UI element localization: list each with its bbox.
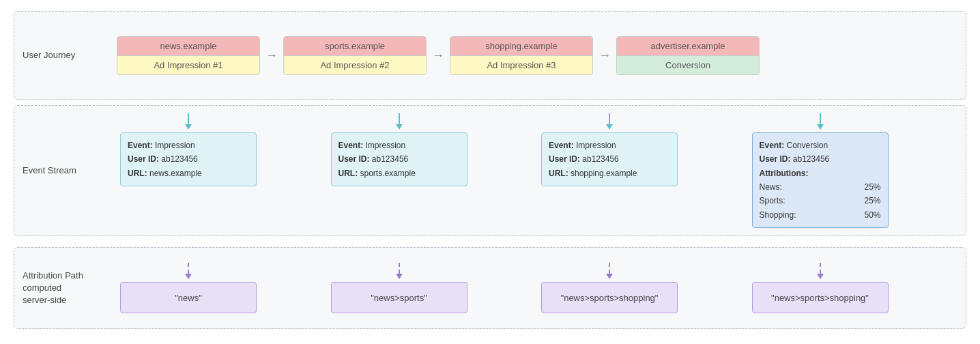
event-3-line-2: Attributions: — [760, 167, 881, 180]
journey-card-1-top: sports.example — [284, 37, 426, 56]
event-2-line-0: Event: Impression — [549, 139, 670, 152]
event-card-wrapper-1: Event: Impression User ID: ab123456 URL:… — [328, 113, 471, 186]
dashed-line-3 — [820, 263, 821, 274]
journey-card-1-bottom: Ad Impression #2 — [284, 56, 426, 74]
event-card-1: Event: Impression User ID: ab123456 URL:… — [331, 132, 467, 186]
attr-sports-label: Sports: — [760, 194, 786, 207]
arrow-line-1 — [399, 113, 400, 124]
attr-path-wrapper-2: "news>sports>shopping" — [538, 263, 681, 313]
event-0-line-2: URL: news.example — [128, 167, 249, 180]
journey-card-0-top: news.example — [117, 37, 259, 56]
attr-shopping-value: 50% — [864, 208, 880, 222]
solid-arrow-3 — [817, 113, 824, 130]
attr-news-value: 25% — [864, 180, 880, 194]
attr-path-wrapper-3: "news>sports>shopping" — [749, 263, 892, 313]
event-cards: Event: Impression User ID: ab123456 URL:… — [117, 113, 959, 228]
arrow-head-1 — [396, 124, 403, 130]
dashed-arrow-3 — [817, 263, 824, 279]
journey-arrow-2: → — [593, 48, 616, 63]
attr-path-card-0: "news" — [120, 282, 257, 313]
event-1-line-2: URL: sports.example — [338, 167, 460, 180]
event-1-line-0: Event: Impression — [338, 139, 460, 152]
solid-arrow-0 — [185, 113, 192, 130]
event-card-3: Event: Conversion User ID: ab123456 Attr… — [752, 132, 889, 228]
journey-card-1: sports.example Ad Impression #2 — [283, 36, 427, 75]
journey-card-3: advertiser.example Conversion — [616, 36, 760, 75]
attr-path-card-2: "news>sports>shopping" — [541, 282, 678, 313]
dashed-line-0 — [188, 263, 189, 274]
attr-path-card-3: "news>sports>shopping" — [752, 282, 889, 313]
arrow-line-0 — [188, 113, 189, 124]
attribution-path-content: "news" "news>sports" — [110, 248, 966, 328]
journey-arrow-1: → — [427, 48, 450, 63]
event-stream-label: Event Stream — [14, 106, 110, 235]
solid-arrow-1 — [396, 113, 403, 130]
arrow-head-0 — [185, 124, 192, 130]
event-3-attr-sports: Sports: 25% — [760, 194, 881, 207]
attr-shopping-label: Shopping: — [760, 208, 796, 222]
event-card-0: Event: Impression User ID: ab123456 URL:… — [120, 132, 257, 186]
attr-path-wrapper-0: "news" — [117, 263, 260, 313]
dashed-line-1 — [399, 263, 400, 274]
attr-path-card-1: "news>sports" — [331, 282, 467, 313]
arrow-head-3 — [817, 124, 824, 130]
journey-card-0: news.example Ad Impression #1 — [117, 36, 260, 75]
event-card-wrapper-2: Event: Impression User ID: ab123456 URL:… — [538, 113, 681, 186]
attr-news-label: News: — [760, 180, 782, 194]
event-3-line-1: User ID: ab123456 — [760, 152, 881, 166]
event-card-wrapper-3: Event: Conversion User ID: ab123456 Attr… — [749, 113, 892, 228]
arrow-line-2 — [609, 113, 610, 124]
journey-arrow-0: → — [260, 48, 283, 63]
dashed-head-0 — [185, 274, 192, 279]
event-stream-content: Event: Impression User ID: ab123456 URL:… — [110, 106, 966, 235]
journey-card-3-bottom: Conversion — [617, 56, 759, 74]
dashed-arrow-1 — [396, 263, 403, 279]
event-3-attr-news: News: 25% — [760, 180, 881, 194]
user-journey-row: User Journey news.example Ad Impression … — [14, 11, 966, 100]
user-journey-content: news.example Ad Impression #1 → sports.e… — [110, 12, 966, 99]
event-stream-row: Event Stream Event: Impression User ID: … — [14, 105, 966, 236]
journey-card-2-bottom: Ad Impression #3 — [450, 56, 592, 74]
event-0-line-0: Event: Impression — [128, 139, 249, 152]
journey-items: news.example Ad Impression #1 → sports.e… — [117, 36, 959, 75]
dashed-head-1 — [396, 274, 403, 279]
solid-arrow-2 — [606, 113, 613, 130]
journey-card-2: shopping.example Ad Impression #3 — [450, 36, 593, 75]
event-1-line-1: User ID: ab123456 — [338, 152, 460, 166]
journey-card-3-top: advertiser.example — [617, 37, 759, 56]
dashed-head-3 — [817, 274, 824, 279]
attr-path-wrapper-1: "news>sports" — [328, 263, 471, 313]
journey-card-2-top: shopping.example — [450, 37, 592, 56]
event-card-2: Event: Impression User ID: ab123456 URL:… — [541, 132, 678, 186]
attribution-path-row: Attribution Path computed server-side "n… — [14, 247, 966, 329]
user-journey-label: User Journey — [14, 12, 110, 99]
event-0-line-1: User ID: ab123456 — [128, 152, 249, 166]
event-2-line-2: URL: shopping.example — [549, 167, 670, 180]
attribution-path-label: Attribution Path computed server-side — [14, 248, 110, 328]
attr-sports-value: 25% — [864, 194, 880, 207]
dashed-arrow-0 — [185, 263, 192, 279]
event-card-wrapper-0: Event: Impression User ID: ab123456 URL:… — [117, 113, 260, 186]
event-3-line-0: Event: Conversion — [760, 139, 881, 152]
dashed-arrow-2 — [606, 263, 613, 279]
event-3-attr-shopping: Shopping: 50% — [760, 208, 881, 222]
dashed-line-2 — [609, 263, 610, 274]
attr-path-items: "news" "news>sports" — [117, 263, 959, 313]
diagram: User Journey news.example Ad Impression … — [0, 0, 980, 344]
event-2-line-1: User ID: ab123456 — [549, 152, 670, 166]
journey-card-0-bottom: Ad Impression #1 — [117, 56, 259, 74]
arrow-line-3 — [820, 113, 821, 124]
dashed-head-2 — [606, 274, 613, 279]
arrow-head-2 — [606, 124, 613, 130]
